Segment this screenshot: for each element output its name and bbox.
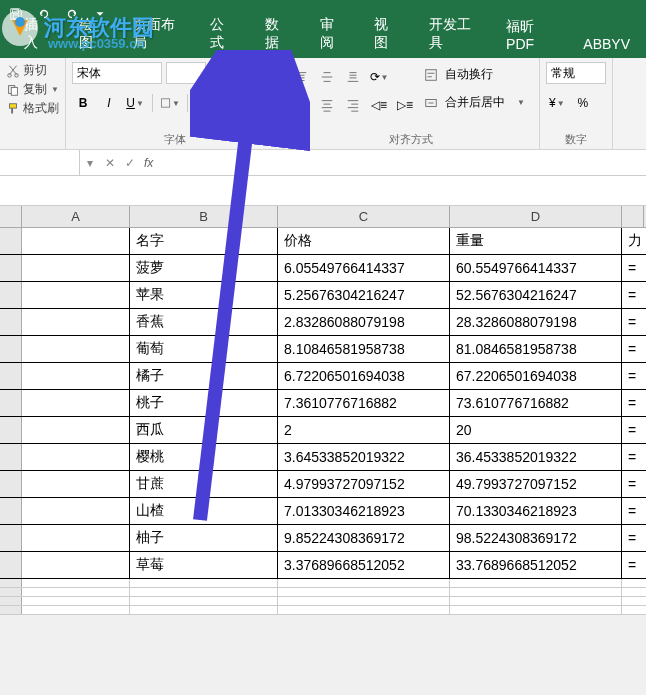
cell[interactable]: 樱桃 bbox=[130, 444, 278, 470]
cell[interactable]: = bbox=[622, 255, 644, 281]
cell[interactable] bbox=[622, 588, 644, 596]
cell[interactable] bbox=[22, 597, 130, 605]
cell[interactable]: = bbox=[622, 444, 644, 470]
cell[interactable]: 9.85224308369172 bbox=[278, 525, 450, 551]
cell[interactable]: 桃子 bbox=[130, 390, 278, 416]
row-header[interactable] bbox=[0, 498, 22, 524]
cell[interactable]: 西瓜 bbox=[130, 417, 278, 443]
cell[interactable]: = bbox=[622, 525, 644, 551]
cell[interactable] bbox=[22, 363, 130, 389]
row-header[interactable] bbox=[0, 336, 22, 362]
copy-button[interactable]: 复制▼ bbox=[6, 81, 59, 98]
cell[interactable]: = bbox=[622, 471, 644, 497]
percent-format-icon[interactable]: % bbox=[572, 92, 594, 114]
row-header[interactable] bbox=[0, 309, 22, 335]
cell[interactable] bbox=[278, 597, 450, 605]
cell[interactable]: 81.0846581958738 bbox=[450, 336, 622, 362]
spreadsheet-grid[interactable]: A B C D 名字价格重量力菠萝6.0554976641433760.5549… bbox=[0, 206, 646, 615]
orientation-icon[interactable]: ⟳▼ bbox=[368, 66, 390, 88]
cell[interactable]: = bbox=[622, 309, 644, 335]
cell[interactable]: 6.05549766414337 bbox=[278, 255, 450, 281]
wrap-text-button[interactable]: 自动换行 bbox=[420, 62, 533, 87]
phonetic-button[interactable]: wén文▼ bbox=[255, 92, 277, 114]
tab-developer[interactable]: 开发工具 bbox=[413, 10, 490, 58]
row-header[interactable] bbox=[0, 597, 22, 605]
cell[interactable]: 67.2206501694038 bbox=[450, 363, 622, 389]
cell[interactable]: 2 bbox=[278, 417, 450, 443]
cell[interactable] bbox=[22, 309, 130, 335]
align-right-icon[interactable] bbox=[342, 94, 364, 116]
cell[interactable]: 33.7689668512052 bbox=[450, 552, 622, 578]
cell[interactable] bbox=[622, 597, 644, 605]
cell[interactable]: 香蕉 bbox=[130, 309, 278, 335]
cell[interactable] bbox=[450, 597, 622, 605]
cell[interactable]: 7.3610776716882 bbox=[278, 390, 450, 416]
border-button[interactable]: ▼ bbox=[159, 92, 181, 114]
name-box-dropdown-icon[interactable]: ▾ bbox=[80, 156, 100, 170]
row-header[interactable] bbox=[0, 552, 22, 578]
cell[interactable]: 2.83286088079198 bbox=[278, 309, 450, 335]
cell[interactable]: 重量 bbox=[450, 228, 622, 254]
tab-formulas[interactable]: 公式 bbox=[194, 10, 249, 58]
cell[interactable]: 名字 bbox=[130, 228, 278, 254]
cell[interactable]: 70.1330346218923 bbox=[450, 498, 622, 524]
cell[interactable]: = bbox=[622, 498, 644, 524]
cell[interactable]: 价格 bbox=[278, 228, 450, 254]
italic-button[interactable]: I bbox=[98, 92, 120, 114]
cell[interactable] bbox=[22, 498, 130, 524]
number-format-select[interactable] bbox=[546, 62, 606, 84]
cell[interactable]: 6.72206501694038 bbox=[278, 363, 450, 389]
cell[interactable]: 52.5676304216247 bbox=[450, 282, 622, 308]
cancel-icon[interactable]: ✕ bbox=[100, 156, 120, 170]
cell[interactable]: 60.5549766414337 bbox=[450, 255, 622, 281]
row-header[interactable] bbox=[0, 228, 22, 254]
cell[interactable]: 力 bbox=[622, 228, 644, 254]
row-header[interactable] bbox=[0, 579, 22, 587]
cell[interactable] bbox=[278, 588, 450, 596]
cell[interactable] bbox=[22, 255, 130, 281]
cell[interactable] bbox=[22, 525, 130, 551]
col-header-b[interactable]: B bbox=[130, 206, 278, 227]
col-header-e[interactable] bbox=[622, 206, 644, 227]
cell[interactable]: = bbox=[622, 282, 644, 308]
tab-foxit-pdf[interactable]: 福昕PDF bbox=[490, 12, 567, 58]
cut-button[interactable]: 剪切 bbox=[6, 62, 59, 79]
cell[interactable] bbox=[22, 282, 130, 308]
row-header[interactable] bbox=[0, 255, 22, 281]
col-header-c[interactable]: C bbox=[278, 206, 450, 227]
increase-font-icon[interactable]: A↑ bbox=[210, 63, 228, 83]
align-center-icon[interactable] bbox=[316, 94, 338, 116]
cell[interactable]: = bbox=[622, 390, 644, 416]
cell[interactable] bbox=[22, 552, 130, 578]
cell[interactable] bbox=[22, 588, 130, 596]
cell[interactable] bbox=[450, 579, 622, 587]
cell[interactable] bbox=[622, 606, 644, 614]
cell[interactable] bbox=[622, 579, 644, 587]
cell[interactable] bbox=[450, 588, 622, 596]
font-name-select[interactable] bbox=[72, 62, 162, 84]
cell[interactable]: = bbox=[622, 336, 644, 362]
cell[interactable] bbox=[278, 606, 450, 614]
underline-button[interactable]: U▼ bbox=[124, 92, 146, 114]
row-header[interactable] bbox=[0, 363, 22, 389]
cell[interactable]: = bbox=[622, 417, 644, 443]
cell[interactable]: 49.7993727097152 bbox=[450, 471, 622, 497]
col-header-d[interactable]: D bbox=[450, 206, 622, 227]
cell[interactable] bbox=[22, 417, 130, 443]
increase-indent-icon[interactable]: ▷≡ bbox=[394, 94, 416, 116]
row-header[interactable] bbox=[0, 471, 22, 497]
align-top-icon[interactable] bbox=[290, 66, 312, 88]
cell[interactable]: 7.01330346218923 bbox=[278, 498, 450, 524]
bold-button[interactable]: B bbox=[72, 92, 94, 114]
cell[interactable] bbox=[22, 471, 130, 497]
cell[interactable]: 4.97993727097152 bbox=[278, 471, 450, 497]
merge-center-button[interactable]: 合并后居中▼ bbox=[420, 90, 533, 115]
cell[interactable] bbox=[22, 579, 130, 587]
align-bottom-icon[interactable] bbox=[342, 66, 364, 88]
cell[interactable]: 5.25676304216247 bbox=[278, 282, 450, 308]
cell[interactable]: 柚子 bbox=[130, 525, 278, 551]
cell[interactable]: = bbox=[622, 552, 644, 578]
tab-view[interactable]: 视图 bbox=[358, 10, 413, 58]
cell[interactable]: 28.3286088079198 bbox=[450, 309, 622, 335]
row-header[interactable] bbox=[0, 444, 22, 470]
